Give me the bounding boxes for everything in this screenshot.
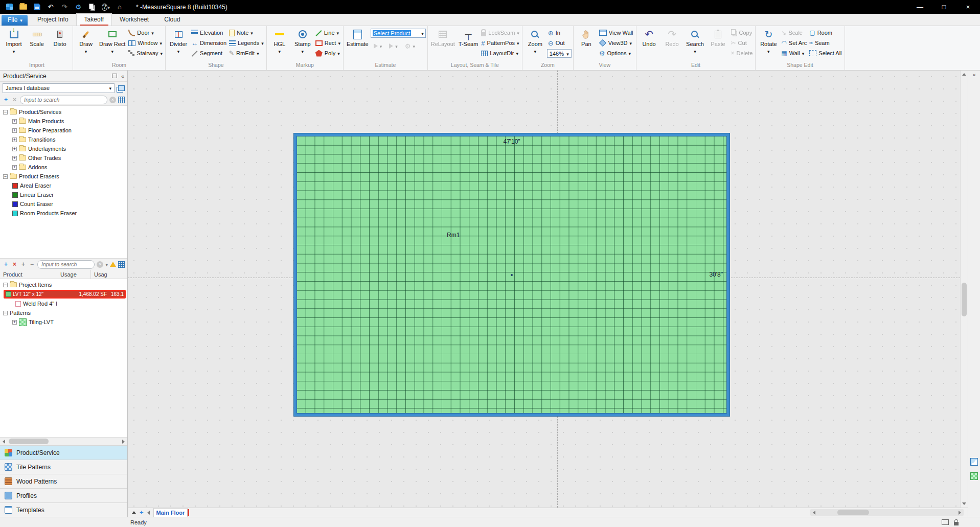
import-button[interactable]: Import (3, 27, 25, 61)
tree-item-areal-eraser[interactable]: Areal Eraser (0, 181, 127, 190)
close-button[interactable]: × (956, 0, 980, 14)
scroll-right-icon[interactable] (120, 438, 127, 445)
expand-icon[interactable] (12, 119, 17, 124)
tab-takeoff[interactable]: Takeoff (76, 13, 112, 26)
help-icon[interactable]: ? (102, 3, 110, 11)
door-button[interactable]: Door (127, 29, 164, 37)
tree-item-tiling-lvt[interactable]: Tiling-LVT (0, 317, 127, 327)
previous-sheet-icon[interactable] (147, 511, 150, 515)
scrollbar-thumb[interactable] (9, 439, 49, 444)
estimate-button[interactable]: Estimate (345, 27, 370, 61)
clear-search-icon[interactable]: × (109, 97, 116, 103)
zoom-level-select[interactable]: 146% (547, 49, 572, 58)
tab-project-info[interactable]: Project Info (30, 14, 76, 26)
copy-button[interactable]: Copy (730, 29, 754, 37)
line-button[interactable]: Line (314, 29, 341, 37)
canvas-vertical-scrollbar[interactable] (960, 71, 968, 508)
undo-button[interactable]: ↶ Undo (638, 27, 660, 61)
layers-panel-icon[interactable] (970, 458, 978, 466)
lockseam-button[interactable]: LockSeam (480, 29, 520, 37)
relayout-button[interactable]: ReLayout (429, 27, 457, 61)
tab-cloud[interactable]: Cloud (156, 14, 188, 26)
window-button[interactable]: Window (127, 39, 164, 47)
search-button[interactable]: Search (684, 27, 706, 61)
lock-icon[interactable] (954, 522, 959, 525)
items-search-input[interactable] (37, 260, 95, 269)
float-panel-icon[interactable] (112, 74, 117, 78)
panel-horizontal-scrollbar[interactable] (0, 437, 127, 445)
collapse-panel-icon[interactable]: « (121, 73, 124, 79)
column-header-product[interactable]: Product (0, 270, 57, 279)
tree-item-patterns[interactable]: Patterns (0, 308, 127, 317)
sheet-tab-main-floor[interactable]: Main Floor (153, 508, 190, 517)
scroll-left-icon[interactable] (0, 438, 8, 445)
add-icon[interactable]: + (3, 261, 9, 268)
tree-item-product-services[interactable]: Product/Services (0, 107, 127, 117)
redo-button[interactable]: ↷ Redo (661, 27, 683, 61)
dimension-button[interactable]: ↔Dimension (190, 39, 227, 47)
canvas-horizontal-scrollbar[interactable] (810, 509, 964, 516)
tree-item-transitions[interactable]: Transitions (0, 135, 127, 144)
scale-shape-button[interactable]: ↘Scale (780, 29, 808, 37)
collapse-icon[interactable] (3, 174, 8, 179)
estimate-run-button[interactable] (373, 42, 383, 50)
add-icon[interactable]: + (3, 96, 9, 103)
set-arc-button[interactable]: ◠Set Arc (780, 39, 808, 47)
delete-button[interactable]: ×Delete (730, 49, 754, 57)
remove-icon[interactable]: × (11, 261, 18, 268)
plus-icon[interactable]: + (20, 261, 27, 268)
patternpos-button[interactable]: #PatternPos (480, 39, 520, 47)
pattern-panel-icon[interactable] (970, 472, 978, 480)
room-shape-rm1[interactable]: 47'10" 30'8" Rm1 (294, 133, 730, 416)
open-folder-icon[interactable] (19, 3, 27, 11)
tree-item-project-items[interactable]: Project Items (0, 280, 127, 289)
expand-icon[interactable] (12, 147, 17, 151)
scroll-down-icon[interactable] (961, 500, 968, 508)
rmedit-button[interactable]: ✎RmEdit (228, 49, 265, 57)
scrollbar-thumb[interactable] (837, 510, 869, 515)
nav-tile-patterns[interactable]: Tile Patterns (0, 460, 127, 474)
chevron-down-icon[interactable] (105, 261, 108, 267)
tree-item-other-trades[interactable]: Other Trades (0, 153, 127, 163)
seam-button[interactable]: ≈Seam (808, 39, 842, 47)
scroll-right-icon[interactable] (956, 509, 964, 516)
expand-icon[interactable] (12, 320, 17, 325)
settings-gear-icon[interactable]: ⚙ (74, 3, 82, 11)
rotate-button[interactable]: ↻ Rotate (757, 27, 780, 61)
column-header-usag[interactable]: Usag (91, 270, 127, 279)
grid-view-icon[interactable] (118, 261, 125, 268)
wall-button[interactable]: ▦Wall (780, 49, 808, 57)
scrollbar-thumb[interactable] (962, 283, 967, 316)
open-database-icon[interactable] (118, 85, 125, 91)
tree-item-linear-eraser[interactable]: Linear Eraser (0, 190, 127, 199)
select-all-button[interactable]: Select All (808, 49, 842, 57)
grid-view-icon[interactable] (118, 97, 125, 103)
undo-icon[interactable]: ↶ (47, 3, 55, 11)
product-row-lvt-selected[interactable]: LVT 12" x 12" 1,468.02 SF 163.1 (4, 290, 126, 299)
maximize-button[interactable]: □ (932, 0, 956, 14)
collapse-right-icon[interactable]: « (968, 72, 980, 78)
poly-button[interactable]: Poly (314, 49, 341, 57)
scroll-left-icon[interactable] (810, 509, 818, 516)
screen-mode-icon[interactable] (942, 519, 949, 525)
expand-icon[interactable] (12, 156, 17, 161)
zoom-button[interactable]: Zoom (524, 27, 546, 61)
expand-icon[interactable] (12, 138, 17, 142)
segment-button[interactable]: Segment (190, 49, 227, 57)
database-select[interactable]: James l database (3, 83, 115, 93)
warning-icon[interactable] (110, 262, 116, 267)
nav-templates[interactable]: Templates (0, 502, 127, 517)
clear-search-icon[interactable]: × (97, 261, 103, 268)
redo-icon[interactable]: ↷ (60, 3, 69, 11)
tab-worksheet[interactable]: Worksheet (112, 14, 156, 26)
tree-item-product-erasers[interactable]: Product Erasers (0, 172, 127, 181)
tree-item-room-products-eraser[interactable]: Room Products Eraser (0, 209, 127, 218)
drawing-viewport[interactable]: 47'10" 30'8" Rm1 (128, 71, 968, 508)
sheet-list-icon[interactable] (132, 511, 136, 514)
add-sheet-icon[interactable]: + (140, 509, 144, 516)
tree-item-floor-preparation[interactable]: Floor Preparation (0, 126, 127, 135)
draw-rect-button[interactable]: Draw Rect (98, 27, 127, 61)
tree-item-underlayments[interactable]: Underlayments (0, 144, 127, 153)
pan-button[interactable]: Pan (575, 27, 598, 61)
expand-icon[interactable] (12, 165, 17, 170)
